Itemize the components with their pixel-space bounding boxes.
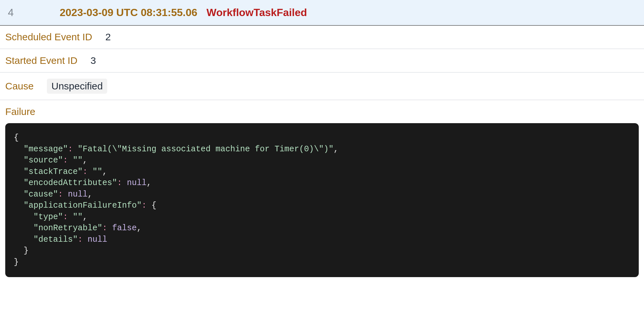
json-value-message: "Fatal(\"Missing associated machine for … <box>78 144 333 154</box>
started-event-id-label: Started Event ID <box>5 55 77 66</box>
json-key-stacktrace: "stackTrace" <box>24 167 83 177</box>
failure-section: Failure <box>0 100 644 117</box>
json-colon: : <box>58 190 68 199</box>
json-brace: { <box>151 201 156 210</box>
json-key-cause: "cause" <box>24 190 58 199</box>
json-value-type: "" <box>73 212 83 222</box>
json-key-appfailureinfo: "applicationFailureInfo" <box>24 201 142 210</box>
json-colon: : <box>117 178 127 188</box>
json-value-source: "" <box>73 156 83 165</box>
json-brace: { <box>14 133 19 142</box>
json-value-cause: null <box>68 190 88 199</box>
json-comma: , <box>333 144 338 154</box>
json-brace: } <box>24 246 29 255</box>
json-colon: : <box>142 201 151 210</box>
json-colon: : <box>63 212 73 222</box>
event-id: 4 <box>8 7 54 19</box>
json-key-message: "message" <box>24 144 68 154</box>
json-colon: : <box>102 223 112 233</box>
json-value-nonretryable: false <box>112 223 137 233</box>
started-event-id-row: Started Event ID 3 <box>0 49 644 73</box>
cause-label: Cause <box>5 81 34 92</box>
cause-badge: Unspecified <box>47 79 108 94</box>
json-brace: } <box>14 257 19 267</box>
json-comma: , <box>147 178 151 188</box>
json-value-stacktrace: "" <box>92 167 102 177</box>
json-value-details: null <box>88 235 107 244</box>
scheduled-event-id-label: Scheduled Event ID <box>5 31 92 43</box>
json-key-source: "source" <box>24 156 63 165</box>
started-event-id-value: 3 <box>91 55 96 66</box>
json-colon: : <box>83 167 92 177</box>
json-comma: , <box>83 156 88 165</box>
json-comma: , <box>102 167 107 177</box>
event-type: WorkflowTaskFailed <box>207 7 307 19</box>
failure-label: Failure <box>5 106 639 117</box>
json-colon: : <box>68 144 78 154</box>
failure-json-block[interactable]: { "message": "Fatal(\"Missing associated… <box>5 123 639 277</box>
json-key-encodedattributes: "encodedAttributes" <box>24 178 117 188</box>
json-key-details: "details" <box>33 235 78 244</box>
cause-row: Cause Unspecified <box>0 73 644 100</box>
scheduled-event-id-value: 2 <box>105 31 111 43</box>
json-key-nonretryable: "nonRetryable" <box>33 223 102 233</box>
json-value-encodedattributes: null <box>127 178 147 188</box>
json-colon: : <box>78 235 88 244</box>
json-comma: , <box>83 212 88 222</box>
json-colon: : <box>63 156 73 165</box>
event-header-row[interactable]: 4 2023-03-09 UTC 08:31:55.06 WorkflowTas… <box>0 0 644 26</box>
json-comma: , <box>137 223 142 233</box>
json-key-type: "type" <box>33 212 63 222</box>
scheduled-event-id-row: Scheduled Event ID 2 <box>0 26 644 49</box>
event-timestamp: 2023-03-09 UTC 08:31:55.06 <box>60 7 197 19</box>
json-comma: , <box>88 190 92 199</box>
